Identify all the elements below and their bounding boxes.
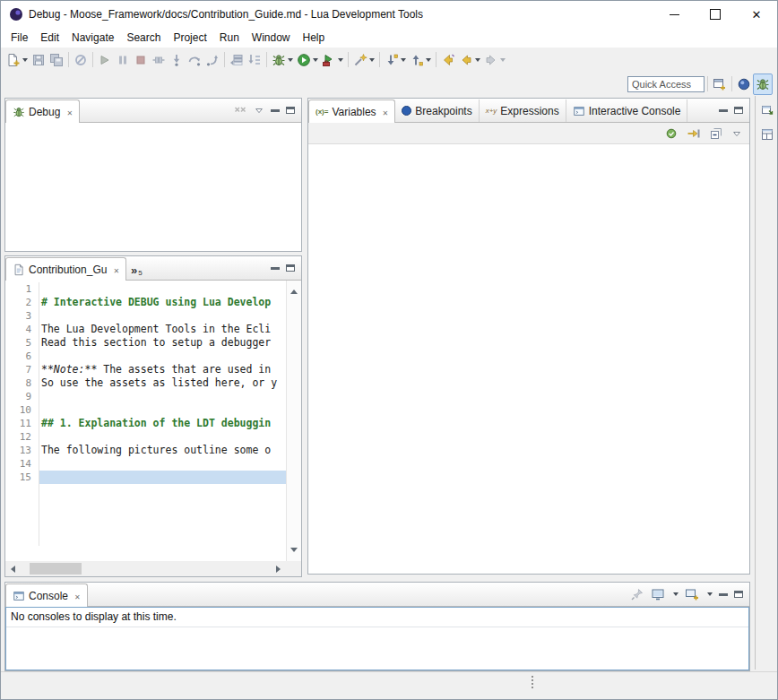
line-number[interactable]: 13 [5, 444, 39, 457]
line-number[interactable]: 3 [5, 309, 39, 323]
line-text[interactable]: Read this section to setup a debugger [39, 336, 286, 350]
tab-expressions[interactable]: x+y Expressions [480, 99, 566, 122]
line-number[interactable]: 14 [5, 457, 39, 471]
dropdown-arrow-icon[interactable] [426, 58, 431, 62]
save-button[interactable] [30, 50, 48, 70]
menu-edit[interactable]: Edit [34, 30, 65, 46]
previous-annotation-button[interactable] [408, 50, 433, 70]
editor-body[interactable]: 1 2# Interactive DEBUG using Lua Develop… [5, 281, 301, 576]
minimize-view-icon[interactable] [719, 593, 728, 596]
scrollbar-thumb[interactable] [30, 563, 82, 575]
suspend-button[interactable] [114, 50, 132, 70]
menu-window[interactable]: Window [246, 30, 297, 46]
dropdown-arrow-icon[interactable] [475, 58, 480, 62]
drop-to-frame-button[interactable] [228, 50, 246, 70]
dropdown-arrow-icon[interactable] [338, 58, 343, 62]
lua-tools-button[interactable] [351, 50, 376, 70]
line-number[interactable]: 15 [5, 471, 39, 484]
new-wizard-button[interactable] [4, 50, 30, 70]
debug-button[interactable] [270, 50, 295, 70]
scroll-left-icon[interactable] [5, 561, 21, 576]
dropdown-arrow-icon[interactable] [500, 58, 506, 62]
menu-search[interactable]: Search [120, 30, 167, 46]
line-text[interactable]: The Lua Development Tools in the Ecli [39, 323, 286, 336]
menu-navigate[interactable]: Navigate [65, 30, 120, 46]
debug-perspective-button[interactable] [753, 73, 773, 95]
line-text[interactable]: # Interactive DEBUG using Lua Develop [39, 296, 286, 309]
editor-vertical-scrollbar[interactable] [286, 281, 301, 561]
line-text[interactable]: So use the assets as listed here, or y [39, 376, 286, 390]
scroll-up-icon[interactable] [287, 284, 302, 299]
line-number[interactable]: 6 [5, 350, 39, 363]
line-number[interactable]: 5 [5, 336, 39, 350]
scrollbar-track[interactable] [21, 561, 271, 576]
maximize-window-button[interactable] [695, 1, 736, 28]
menu-help[interactable]: Help [297, 30, 332, 46]
tab-contribution-guide[interactable]: Contribution_Gu [5, 257, 126, 281]
tab-variables[interactable]: (x)= Variables [308, 99, 395, 123]
step-over-button[interactable] [186, 50, 203, 70]
ldt-perspective-button[interactable] [735, 74, 753, 94]
remove-all-terminated-icon[interactable] [233, 103, 247, 117]
editor-text-area[interactable]: 1 2# Interactive DEBUG using Lua Develop… [5, 282, 286, 561]
line-number[interactable]: 2 [5, 296, 39, 309]
line-text[interactable] [39, 282, 286, 296]
quick-access-input[interactable] [627, 76, 705, 92]
show-type-names-icon[interactable] [664, 126, 679, 141]
debug-view-body[interactable] [5, 123, 301, 251]
line-number[interactable]: 9 [5, 390, 39, 403]
line-text[interactable] [39, 350, 286, 363]
dropdown-arrow-icon[interactable] [707, 592, 713, 596]
line-number[interactable]: 1 [5, 282, 39, 296]
line-number[interactable]: 7 [5, 363, 39, 376]
line-text[interactable] [39, 457, 286, 471]
menu-run[interactable]: Run [213, 30, 246, 46]
disconnect-button[interactable] [150, 50, 168, 70]
skip-all-breakpoints-button[interactable] [72, 50, 90, 70]
line-text[interactable]: **Note:** The assets that are used in [39, 363, 286, 376]
console-view-body[interactable]: No consoles to display at this time. [5, 607, 749, 670]
open-perspective-button[interactable] [711, 74, 729, 94]
close-window-button[interactable] [736, 1, 777, 28]
hidden-editors-chevron[interactable]: 5 [126, 264, 147, 280]
open-console-icon[interactable] [685, 587, 699, 601]
dropdown-arrow-icon[interactable] [369, 58, 375, 62]
resume-button[interactable] [96, 50, 114, 70]
close-tab-icon[interactable] [110, 264, 119, 276]
minimize-window-button[interactable] [653, 1, 695, 28]
maximize-view-icon[interactable] [734, 591, 743, 598]
terminate-button[interactable] [132, 50, 150, 70]
dropdown-arrow-icon[interactable] [673, 592, 679, 596]
maximize-view-icon[interactable] [286, 264, 295, 272]
view-menu-icon[interactable] [254, 105, 264, 116]
pin-console-icon[interactable] [630, 587, 644, 601]
menu-project[interactable]: Project [167, 30, 212, 46]
editor-horizontal-scrollbar[interactable] [5, 561, 286, 576]
maximize-view-icon[interactable] [734, 107, 743, 114]
collapse-all-icon[interactable] [709, 126, 723, 141]
step-into-button[interactable] [168, 50, 186, 70]
scroll-down-icon[interactable] [287, 542, 302, 557]
line-text[interactable] [39, 471, 286, 484]
step-return-button[interactable] [203, 50, 221, 70]
sash-grip[interactable] [532, 676, 533, 688]
line-number[interactable]: 8 [5, 376, 39, 390]
external-tools-button[interactable] [320, 50, 345, 70]
line-number[interactable]: 4 [5, 323, 39, 336]
line-number[interactable]: 10 [5, 403, 39, 417]
tab-console[interactable]: Console [5, 583, 88, 607]
minimize-view-icon[interactable] [271, 267, 280, 270]
last-edit-location-button[interactable] [439, 50, 457, 70]
minimize-view-icon[interactable] [719, 109, 728, 112]
maximize-view-icon[interactable] [286, 107, 295, 114]
close-tab-icon[interactable] [380, 106, 389, 118]
scroll-right-icon[interactable] [271, 561, 286, 576]
menu-file[interactable]: File [4, 30, 34, 46]
tab-breakpoints[interactable]: Breakpoints [395, 99, 479, 122]
line-text[interactable] [39, 430, 286, 444]
line-text[interactable]: ## 1. Explanation of the LDT debuggin [39, 417, 286, 430]
tab-debug[interactable]: Debug [5, 99, 80, 123]
forward-button[interactable] [482, 50, 507, 70]
display-selected-console-icon[interactable] [651, 587, 665, 601]
dropdown-arrow-icon[interactable] [22, 58, 28, 62]
